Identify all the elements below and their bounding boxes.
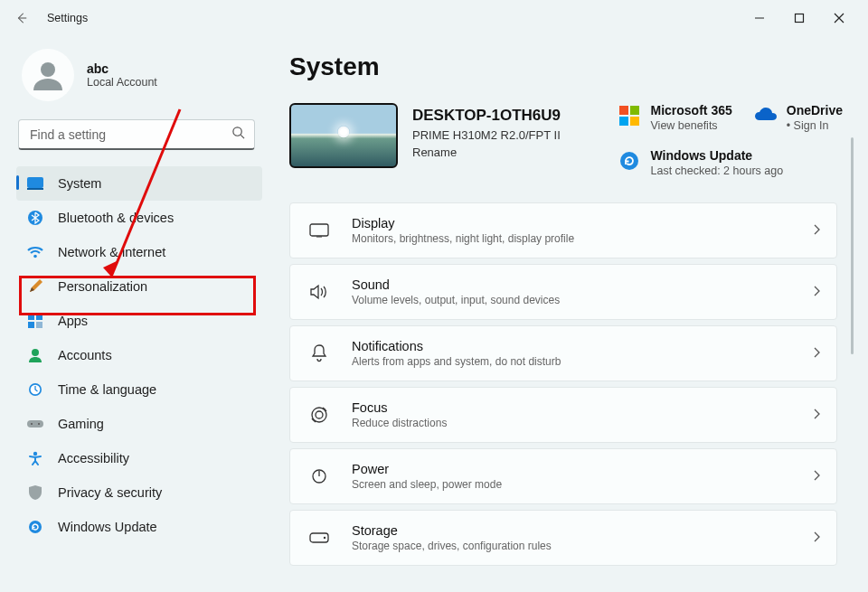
clock-icon	[25, 380, 45, 399]
close-button[interactable]	[819, 5, 859, 31]
rename-link[interactable]: Rename	[412, 146, 561, 159]
search-input[interactable]	[28, 127, 231, 143]
sidebar-item-bluetooth[interactable]: Bluetooth & devices	[16, 201, 262, 235]
sound-icon	[307, 279, 332, 305]
card-notifications[interactable]: NotificationsAlerts from apps and system…	[289, 325, 837, 381]
account-block[interactable]: abc Local Account	[16, 49, 273, 101]
search-icon	[231, 126, 245, 143]
search-box[interactable]	[18, 119, 255, 150]
card-title: Focus	[352, 400, 813, 415]
account-subtitle: Local Account	[87, 76, 157, 89]
paintbrush-icon	[25, 277, 45, 296]
accessibility-icon	[25, 448, 45, 468]
sidebar-item-gaming[interactable]: Gaming	[16, 407, 262, 441]
sidebar-item-privacy[interactable]: Privacy & security	[16, 475, 262, 510]
svg-point-25	[312, 408, 326, 422]
nav-label: Bluetooth & devices	[58, 211, 174, 225]
microsoft-365-icon	[617, 103, 642, 128]
sidebar: abc Local Account System Bluetooth & dev…	[11, 36, 273, 585]
back-button[interactable]	[9, 5, 34, 31]
wifi-icon	[25, 242, 45, 262]
sidebar-item-accessibility[interactable]: Accessibility	[16, 441, 262, 475]
content-area: System DESKTOP-1OTH6U9 PRIME H310M2 R2.0…	[273, 36, 857, 585]
nav-label: System	[58, 176, 101, 191]
scrollbar[interactable]	[851, 137, 854, 354]
sidebar-item-update[interactable]: Windows Update	[16, 510, 262, 544]
m365-link[interactable]: Microsoft 365 View benefits	[617, 103, 732, 132]
card-sub: Monitors, brightness, night light, displ…	[352, 232, 813, 245]
m365-sub: View benefits	[651, 119, 732, 132]
chevron-right-icon	[813, 407, 820, 423]
account-icon	[25, 345, 45, 365]
nav-label: Privacy & security	[58, 485, 162, 500]
power-icon	[307, 464, 332, 489]
card-storage[interactable]: StorageStorage space, drives, configurat…	[289, 510, 837, 566]
card-title: Sound	[352, 277, 813, 292]
chevron-right-icon	[813, 530, 820, 546]
card-sub: Alerts from apps and system, do not dist…	[352, 355, 813, 368]
card-title: Power	[352, 462, 813, 476]
device-name: DESKTOP-1OTH6U9	[412, 107, 561, 125]
sidebar-item-system[interactable]: System	[16, 166, 262, 201]
svg-point-11	[32, 349, 39, 356]
maximize-button[interactable]	[779, 5, 819, 31]
svg-rect-0	[796, 14, 804, 23]
onedrive-sub: Sign In	[787, 119, 843, 132]
bluetooth-icon	[25, 208, 45, 228]
sidebar-item-apps[interactable]: Apps	[16, 304, 262, 338]
avatar	[22, 49, 74, 101]
svg-rect-7	[28, 314, 34, 320]
svg-rect-22	[630, 117, 639, 126]
svg-rect-8	[36, 314, 42, 320]
wu-title: Windows Update	[651, 148, 784, 163]
sidebar-item-accounts[interactable]: Accounts	[16, 338, 262, 372]
sidebar-item-network[interactable]: Network & internet	[16, 235, 262, 269]
svg-rect-3	[27, 177, 43, 188]
nav-label: Gaming	[58, 417, 104, 431]
chevron-right-icon	[813, 284, 820, 300]
svg-rect-10	[36, 322, 42, 328]
card-focus[interactable]: FocusReduce distractions	[289, 387, 837, 443]
svg-point-15	[31, 423, 33, 425]
minimize-icon	[754, 13, 765, 23]
onedrive-title: OneDrive	[787, 103, 843, 117]
card-sub: Screen and sleep, power mode	[352, 478, 813, 491]
svg-point-18	[29, 521, 42, 533]
chevron-right-icon	[813, 222, 820, 239]
onedrive-icon	[752, 103, 778, 128]
nav-list: System Bluetooth & devices Network & int…	[16, 166, 273, 544]
svg-rect-19	[619, 106, 628, 115]
svg-point-16	[38, 423, 40, 425]
sidebar-item-personalization[interactable]: Personalization	[16, 269, 262, 304]
back-arrow-icon	[15, 12, 28, 24]
windows-update-link[interactable]: Windows Update Last checked: 2 hours ago	[617, 148, 824, 177]
onedrive-link[interactable]: OneDrive Sign In	[752, 103, 843, 132]
chevron-right-icon	[813, 345, 820, 362]
bell-icon	[307, 341, 332, 366]
svg-point-17	[33, 452, 37, 456]
nav-label: Network & internet	[58, 245, 165, 259]
m365-title: Microsoft 365	[651, 103, 732, 117]
maximize-icon	[794, 13, 805, 23]
nav-label: Accessibility	[58, 451, 129, 465]
card-power[interactable]: PowerScreen and sleep, power mode	[289, 448, 837, 504]
gamepad-icon	[25, 414, 45, 434]
settings-card-list: DisplayMonitors, brightness, night light…	[289, 202, 857, 566]
svg-rect-9	[28, 322, 34, 328]
display-icon	[25, 174, 45, 193]
device-model: PRIME H310M2 R2.0/FPT II	[412, 128, 561, 142]
card-display[interactable]: DisplayMonitors, brightness, night light…	[289, 202, 837, 258]
apps-icon	[25, 311, 45, 331]
nav-label: Apps	[58, 314, 88, 328]
window-title: Settings	[47, 12, 88, 24]
sidebar-item-time[interactable]: Time & language	[16, 372, 262, 407]
svg-rect-20	[630, 106, 639, 115]
card-sound[interactable]: SoundVolume levels, output, input, sound…	[289, 264, 837, 320]
minimize-button[interactable]	[740, 5, 779, 31]
shield-icon	[25, 483, 45, 503]
display-icon	[307, 218, 332, 243]
svg-point-26	[316, 411, 323, 418]
svg-point-1	[41, 62, 55, 77]
account-name: abc	[87, 61, 157, 76]
desktop-wallpaper-thumb[interactable]	[289, 103, 398, 168]
